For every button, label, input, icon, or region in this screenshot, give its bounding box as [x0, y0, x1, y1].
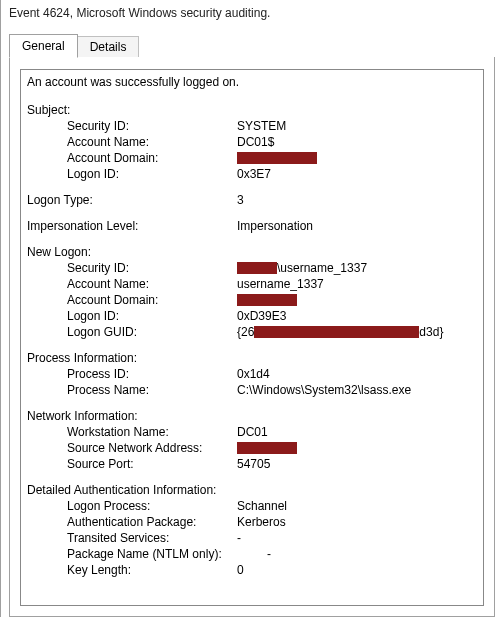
- field-label: Account Domain:: [67, 292, 237, 308]
- field-label: Workstation Name:: [67, 424, 237, 440]
- newlogon-logon-guid-row: Logon GUID: {26d3d}: [27, 324, 477, 340]
- field-value: SYSTEM: [237, 118, 286, 134]
- redacted-value: [237, 152, 317, 164]
- field-value: [237, 152, 317, 164]
- field-label: Account Domain:: [67, 150, 237, 166]
- network-info-heading: Network Information:: [27, 408, 477, 424]
- transited-row: Transited Services: -: [27, 530, 477, 546]
- subject-account-name-row: Account Name: DC01$: [27, 134, 477, 150]
- new-logon-heading: New Logon:: [27, 244, 477, 260]
- tab-details[interactable]: Details: [77, 36, 140, 57]
- field-label: Security ID:: [67, 118, 237, 134]
- security-id-suffix: \username_1337: [277, 260, 367, 276]
- auth-package-row: Authentication Package: Kerberos: [27, 514, 477, 530]
- auth-info-heading: Detailed Authentication Information:: [27, 482, 477, 498]
- event-properties-window: Event 4624, Microsoft Windows security a…: [0, 0, 503, 617]
- guid-prefix: {26: [237, 324, 254, 340]
- field-value: Schannel: [237, 498, 287, 514]
- tab-strip: General Details: [9, 34, 503, 57]
- field-value: -: [267, 546, 271, 562]
- field-label: Account Name:: [67, 134, 237, 150]
- event-description-panel[interactable]: An account was successfully logged on. S…: [20, 69, 484, 606]
- field-value: 0x3E7: [237, 166, 271, 182]
- field-value: 0x1d4: [237, 366, 270, 382]
- field-value: 0: [237, 562, 244, 578]
- logon-process-row: Logon Process: Schannel: [27, 498, 477, 514]
- field-value: username_1337: [237, 276, 324, 292]
- field-label: Account Name:: [67, 276, 237, 292]
- redacted-value: [254, 326, 419, 338]
- field-label: Process ID:: [67, 366, 237, 382]
- key-length-row: Key Length: 0: [27, 562, 477, 578]
- subject-account-domain-row: Account Domain:: [27, 150, 477, 166]
- process-id-row: Process ID: 0x1d4: [27, 366, 477, 382]
- field-label: Logon GUID:: [67, 324, 237, 340]
- field-value: DC01: [237, 424, 268, 440]
- newlogon-account-name-row: Account Name: username_1337: [27, 276, 477, 292]
- impersonation-row: Impersonation Level: Impersonation: [27, 218, 477, 234]
- field-label: Logon ID:: [67, 308, 237, 324]
- field-label: Source Network Address:: [67, 440, 237, 456]
- field-label: Logon Process:: [67, 498, 237, 514]
- field-label: Process Name:: [67, 382, 237, 398]
- process-name-row: Process Name: C:\Windows\System32\lsass.…: [27, 382, 477, 398]
- field-label: Source Port:: [67, 456, 237, 472]
- field-value: Kerberos: [237, 514, 286, 530]
- subject-logon-id-row: Logon ID: 0x3E7: [27, 166, 477, 182]
- subject-security-id-row: Security ID: SYSTEM: [27, 118, 477, 134]
- field-label: Impersonation Level:: [27, 218, 237, 234]
- field-value: C:\Windows\System32\lsass.exe: [237, 382, 411, 398]
- event-message: An account was successfully logged on.: [27, 74, 477, 90]
- source-address-row: Source Network Address:: [27, 440, 477, 456]
- newlogon-account-domain-row: Account Domain:: [27, 292, 477, 308]
- field-label: Security ID:: [67, 260, 237, 276]
- newlogon-security-id-row: Security ID: \username_1337: [27, 260, 477, 276]
- logon-type-row: Logon Type: 3: [27, 192, 477, 208]
- redacted-value: [237, 442, 297, 454]
- field-value: Impersonation: [237, 218, 313, 234]
- package-name-row: Package Name (NTLM only): -: [27, 546, 477, 562]
- subject-heading: Subject:: [27, 102, 477, 118]
- field-value: 0xD39E3: [237, 308, 286, 324]
- field-value: 54705: [237, 456, 270, 472]
- field-value: {26d3d}: [237, 324, 443, 340]
- field-label: Transited Services:: [67, 530, 237, 546]
- field-value: \username_1337: [237, 260, 367, 276]
- field-value: DC01$: [237, 134, 274, 150]
- field-label: Key Length:: [67, 562, 237, 578]
- field-label: Package Name (NTLM only):: [67, 546, 267, 562]
- process-info-heading: Process Information:: [27, 350, 477, 366]
- field-label: Logon Type:: [27, 192, 237, 208]
- source-port-row: Source Port: 54705: [27, 456, 477, 472]
- redacted-value: [237, 294, 297, 306]
- window-title: Event 4624, Microsoft Windows security a…: [1, 0, 503, 26]
- newlogon-logon-id-row: Logon ID: 0xD39E3: [27, 308, 477, 324]
- field-label: Authentication Package:: [67, 514, 237, 530]
- workstation-row: Workstation Name: DC01: [27, 424, 477, 440]
- field-value: [237, 442, 297, 454]
- field-value: [237, 294, 297, 306]
- redacted-value: [237, 262, 277, 274]
- guid-suffix: d3d}: [419, 324, 443, 340]
- field-value: -: [237, 530, 241, 546]
- tab-general[interactable]: General: [9, 34, 78, 58]
- field-value: 3: [237, 192, 244, 208]
- field-label: Logon ID:: [67, 166, 237, 182]
- tab-content: An account was successfully logged on. S…: [9, 57, 495, 617]
